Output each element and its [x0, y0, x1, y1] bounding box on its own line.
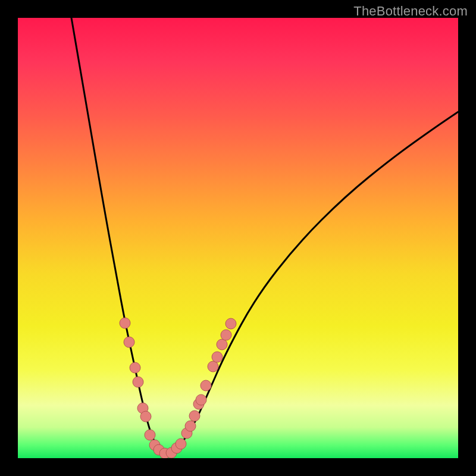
- marker-point: [221, 330, 231, 340]
- marker-point: [189, 411, 200, 421]
- marker-group: [120, 318, 236, 458]
- marker-point: [226, 318, 236, 329]
- series-right-branch: [167, 112, 458, 453]
- marker-point: [133, 377, 143, 387]
- chart-svg: [18, 18, 458, 458]
- marker-point: [196, 394, 206, 405]
- marker-point: [120, 318, 130, 328]
- marker-point: [201, 380, 211, 391]
- marker-point: [176, 439, 186, 449]
- series-left-branch: [71, 18, 167, 453]
- marker-point: [124, 337, 134, 347]
- watermark-text: TheBottleneck.com: [353, 4, 468, 19]
- marker-point: [145, 430, 155, 440]
- chart-frame: TheBottleneck.com: [0, 0, 476, 476]
- marker-point: [208, 361, 218, 372]
- marker-point: [217, 339, 227, 350]
- marker-point: [140, 411, 151, 422]
- chart-plot-area: [18, 18, 458, 458]
- marker-point: [185, 421, 196, 431]
- marker-point: [130, 362, 140, 373]
- marker-point: [212, 352, 223, 362]
